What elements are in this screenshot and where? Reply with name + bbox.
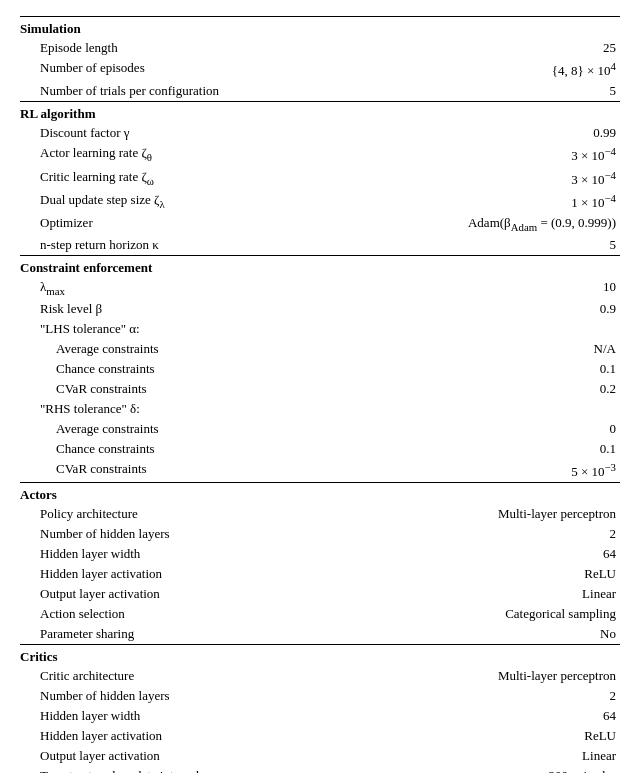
table-row: Target network update interval200 episod… — [20, 766, 620, 773]
row-label: "RHS tolerance" δ: — [20, 399, 368, 419]
table-row: Number of trials per configuration5 — [20, 81, 620, 102]
row-value: Multi-layer perceptron — [368, 504, 620, 524]
table-row: n-step return horizon κ5 — [20, 235, 620, 256]
row-value: ReLU — [368, 726, 620, 746]
row-label: Discount factor γ — [20, 123, 368, 143]
section-title: Actors — [20, 482, 620, 504]
table-row: Number of hidden layers2 — [20, 524, 620, 544]
table-row: Critic architectureMulti-layer perceptro… — [20, 666, 620, 686]
row-label: Hidden layer activation — [20, 726, 368, 746]
section-header: Constraint enforcement — [20, 255, 620, 277]
row-label: Parameter sharing — [20, 624, 368, 645]
section-header: Actors — [20, 482, 620, 504]
row-value: 200 episodes — [368, 766, 620, 773]
table-row: Parameter sharingNo — [20, 624, 620, 645]
row-value: 5 × 10−3 — [368, 459, 620, 483]
table-row: OptimizerAdam(βAdam = (0.9, 0.999)) — [20, 213, 620, 235]
section-title: Constraint enforcement — [20, 255, 620, 277]
row-label: Number of episodes — [20, 58, 368, 81]
row-value: Categorical sampling — [368, 604, 620, 624]
row-label: "LHS tolerance" α: — [20, 319, 368, 339]
row-value: 1 × 10−4 — [368, 190, 620, 213]
row-label: CVaR constraints — [20, 459, 368, 483]
row-label: Hidden layer width — [20, 544, 368, 564]
row-label: Number of hidden layers — [20, 686, 368, 706]
row-label: λmax — [20, 277, 368, 299]
table-row: "RHS tolerance" δ: — [20, 399, 620, 419]
table-row: λmax10 — [20, 277, 620, 299]
table-row: Number of episodes{4, 8} × 104 — [20, 58, 620, 81]
table-row: Hidden layer width64 — [20, 706, 620, 726]
row-value: 10 — [368, 277, 620, 299]
row-label: Hidden layer activation — [20, 564, 368, 584]
row-value: 5 — [368, 235, 620, 256]
table-row: Action selectionCategorical sampling — [20, 604, 620, 624]
row-value: 0.9 — [368, 299, 620, 319]
row-label: Action selection — [20, 604, 368, 624]
row-value: {4, 8} × 104 — [368, 58, 620, 81]
row-value — [368, 399, 620, 419]
section-header: Critics — [20, 644, 620, 666]
row-label: Output layer activation — [20, 584, 368, 604]
row-value: Linear — [368, 584, 620, 604]
section-header: RL algorithm — [20, 102, 620, 124]
table-row: Policy architectureMulti-layer perceptro… — [20, 504, 620, 524]
row-label: Risk level β — [20, 299, 368, 319]
table-row: Actor learning rate ζθ3 × 10−4 — [20, 143, 620, 166]
row-label: Episode length — [20, 38, 368, 58]
row-label: Number of hidden layers — [20, 524, 368, 544]
section-header: Simulation — [20, 17, 620, 39]
table-row: Critic learning rate ζω3 × 10−4 — [20, 167, 620, 190]
table-row: "LHS tolerance" α: — [20, 319, 620, 339]
row-label: Dual update step size ζλ — [20, 190, 368, 213]
row-value: ReLU — [368, 564, 620, 584]
row-label: Critic architecture — [20, 666, 368, 686]
row-label: Hidden layer width — [20, 706, 368, 726]
table-row: Dual update step size ζλ1 × 10−4 — [20, 190, 620, 213]
row-value: 0.99 — [368, 123, 620, 143]
section-title: Simulation — [20, 17, 620, 39]
row-value: 0.2 — [368, 379, 620, 399]
row-label: Number of trials per configuration — [20, 81, 368, 102]
row-label: Average constraints — [20, 339, 368, 359]
table-row: Chance constraints0.1 — [20, 359, 620, 379]
table-row: Hidden layer activationReLU — [20, 726, 620, 746]
row-value: 3 × 10−4 — [368, 143, 620, 166]
row-label: Actor learning rate ζθ — [20, 143, 368, 166]
section-title: Critics — [20, 644, 620, 666]
row-label: Chance constraints — [20, 439, 368, 459]
row-value: 25 — [368, 38, 620, 58]
table-row: Average constraintsN/A — [20, 339, 620, 359]
section-title: RL algorithm — [20, 102, 620, 124]
row-value: No — [368, 624, 620, 645]
row-value: N/A — [368, 339, 620, 359]
row-label: Chance constraints — [20, 359, 368, 379]
row-value: 0 — [368, 419, 620, 439]
table-row: Average constraints0 — [20, 419, 620, 439]
row-value: Multi-layer perceptron — [368, 666, 620, 686]
row-value: 2 — [368, 686, 620, 706]
row-label: n-step return horizon κ — [20, 235, 368, 256]
row-value: 5 — [368, 81, 620, 102]
table-row: Output layer activationLinear — [20, 584, 620, 604]
row-label: Target network update interval — [20, 766, 368, 773]
row-value: 0.1 — [368, 359, 620, 379]
table-row: Hidden layer activationReLU — [20, 564, 620, 584]
table-row: Chance constraints0.1 — [20, 439, 620, 459]
row-value: 64 — [368, 544, 620, 564]
row-label: Average constraints — [20, 419, 368, 439]
table-row: Discount factor γ0.99 — [20, 123, 620, 143]
row-value: Linear — [368, 746, 620, 766]
row-value: 64 — [368, 706, 620, 726]
row-label: Policy architecture — [20, 504, 368, 524]
table-row: Episode length25 — [20, 38, 620, 58]
table-row: Number of hidden layers2 — [20, 686, 620, 706]
table-row: CVaR constraints0.2 — [20, 379, 620, 399]
table-row: Risk level β0.9 — [20, 299, 620, 319]
row-value: 2 — [368, 524, 620, 544]
table-row: CVaR constraints5 × 10−3 — [20, 459, 620, 483]
row-value: 0.1 — [368, 439, 620, 459]
row-label: Output layer activation — [20, 746, 368, 766]
row-label: Optimizer — [20, 213, 368, 235]
row-label: CVaR constraints — [20, 379, 368, 399]
